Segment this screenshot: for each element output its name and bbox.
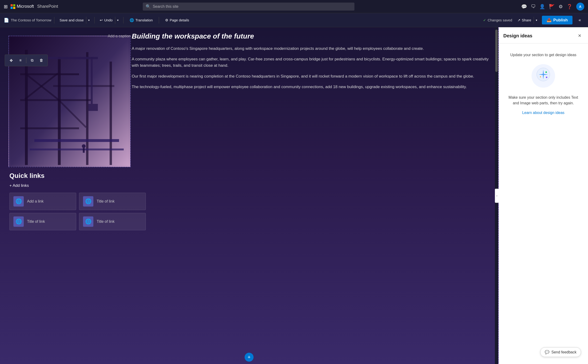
panel-collapse-tab[interactable]: ›	[495, 189, 499, 203]
page-details-icon: ⚙	[165, 18, 168, 22]
edit-toolbar-separator	[26, 58, 26, 63]
link-globe-icon-1: 🌐	[13, 196, 24, 207]
svg-point-21	[540, 76, 541, 77]
design-learn-link[interactable]: Learn about design ideas	[522, 111, 564, 115]
undo-button[interactable]: ↩ Undo	[97, 16, 115, 24]
page-details-button[interactable]: ⚙ Page details	[162, 16, 192, 24]
paragraph-2: A community plaza where employees can ga…	[132, 56, 493, 69]
add-links-button[interactable]: + Add links	[9, 183, 489, 188]
page-indicator: 📄 The Contoso of Tomorrow	[4, 18, 51, 23]
link-globe-icon-4: 🌐	[83, 216, 93, 227]
save-close-split-btn[interactable]: Save and close ▾	[57, 16, 92, 24]
add-section-button[interactable]: +	[244, 353, 254, 362]
send-feedback-button[interactable]: 💬 Send feedback	[540, 347, 581, 357]
paragraph-3: Our first major redevelopment is nearing…	[132, 73, 493, 79]
save-close-dropdown-arrow[interactable]: ▾	[86, 17, 92, 24]
svg-rect-15	[34, 139, 119, 142]
share-button[interactable]: ↗ Share	[515, 16, 534, 24]
move-section-button[interactable]: ✥	[7, 56, 15, 65]
svg-rect-7	[20, 127, 79, 129]
delete-section-button[interactable]: 🗑	[37, 56, 46, 65]
image-caption[interactable]: Add a caption	[108, 34, 131, 38]
translation-icon: 🌐	[130, 18, 134, 22]
ms-brand-name: Microsoft	[17, 4, 34, 9]
toolbar-divider-2	[94, 17, 95, 24]
content-columns: Add a caption Building the workspace of …	[0, 27, 498, 167]
design-description: Make sure your section only includes Tex…	[506, 95, 581, 106]
paragraph-1: A major renovation of Contoso's Singapor…	[132, 45, 493, 52]
search-icon: 🔍	[145, 4, 151, 9]
settings-icon[interactable]: ⚙	[559, 4, 563, 9]
quick-links-title: Quick links	[9, 172, 489, 180]
left-column: Add a caption	[0, 27, 127, 167]
design-panel-close-button[interactable]: ✕	[576, 32, 583, 39]
sharepoint-label: SharePoint	[37, 4, 58, 9]
link-card-3[interactable]: 🌐 Title of link	[9, 213, 76, 230]
add-section-line: +	[0, 359, 498, 364]
sparkle-svg	[536, 67, 550, 82]
translation-button[interactable]: 🌐 Translation	[126, 16, 156, 24]
conversation-icon[interactable]: 🗨	[531, 4, 535, 9]
microsoft-logo[interactable]: Microsoft	[11, 4, 34, 9]
changes-saved-indicator: ✓ Changes saved	[483, 18, 512, 22]
toolbar-divider-1	[54, 17, 54, 24]
undo-dropdown-arrow[interactable]: ▾	[115, 17, 120, 24]
svg-rect-6	[20, 99, 91, 101]
link-title-4: Title of link	[97, 220, 115, 224]
feedback-nav-icon[interactable]: 💬	[521, 4, 527, 9]
search-input[interactable]	[153, 5, 352, 9]
article-title: Building the workspace of the future	[132, 32, 493, 41]
article-body: A major renovation of Contoso's Singapor…	[132, 45, 493, 90]
share-icon: ↗	[517, 18, 521, 22]
link-title-3: Title of link	[27, 220, 45, 224]
scroll-thumb[interactable]	[495, 30, 498, 72]
content-area[interactable]: Add a caption Building the workspace of …	[0, 27, 499, 364]
help-icon[interactable]: ❓	[567, 4, 573, 9]
flag-icon[interactable]: 🚩	[549, 4, 555, 9]
copy-section-button[interactable]: ⧉	[28, 56, 36, 65]
svg-rect-5	[20, 73, 79, 75]
design-panel-title: Design ideas	[503, 33, 532, 39]
svg-rect-13	[91, 57, 93, 104]
collapse-panel-button[interactable]: «	[575, 16, 584, 25]
search-bar[interactable]: 🔍	[143, 3, 354, 11]
undo-split-btn[interactable]: ↩ Undo ▾	[97, 16, 120, 24]
right-column: Building the workspace of the future A m…	[127, 27, 498, 167]
save-close-button[interactable]: Save and close	[57, 16, 86, 24]
svg-point-22	[546, 77, 547, 78]
share-dropdown-arrow[interactable]: ▾	[534, 17, 539, 24]
svg-rect-16	[30, 149, 124, 150]
design-idea-icon	[536, 67, 550, 84]
link-globe-icon-3: 🌐	[13, 216, 24, 227]
link-title-2: Title of link	[97, 199, 115, 203]
svg-rect-1	[25, 50, 28, 165]
svg-rect-18	[83, 148, 85, 153]
section-edit-toolbar: ✥ ≡ ⧉ 🗑	[5, 54, 48, 66]
page-icon: 📄	[4, 18, 9, 23]
link-card-2[interactable]: 🌐 Title of link	[79, 193, 146, 210]
apps-grid-icon[interactable]: ⊞	[4, 4, 8, 9]
publish-button[interactable]: 📤 Publish	[542, 16, 573, 25]
publish-icon: 📤	[547, 18, 552, 23]
share-split-btn[interactable]: ↗ Share ▾	[515, 16, 539, 24]
toolbar-right: ✓ Changes saved ↗ Share ▾ 📤 Publish «	[483, 16, 584, 25]
people-icon[interactable]: 👤	[539, 4, 545, 9]
svg-point-20	[545, 72, 547, 73]
main-layout: ✥ ≡ ⧉ 🗑	[0, 27, 588, 364]
svg-rect-12	[46, 57, 98, 59]
nav-icons-group: 💬 🗨 👤 🚩 ⚙ ❓ A	[521, 3, 584, 11]
edit-section-button[interactable]: ≡	[16, 56, 25, 65]
link-card-1[interactable]: 🌐 Add a link	[9, 193, 76, 210]
paragraph-4: The technology-fueled, multiphase projec…	[132, 84, 493, 90]
links-grid: 🌐 Add a link 🌐 Title of link 🌐 Title of …	[9, 193, 146, 230]
top-nav-bar: ⊞ Microsoft SharePoint 🔍 💬 🗨 👤 🚩 ⚙ ❓ A	[0, 0, 588, 13]
design-update-text: Update your section to get design ideas	[510, 53, 576, 57]
design-panel-header: Design ideas ✕	[499, 27, 588, 44]
quick-links-section: Quick links + Add links 🌐 Add a link 🌐 T…	[0, 167, 498, 240]
link-card-4[interactable]: 🌐 Title of link	[79, 213, 146, 230]
undo-icon: ↩	[100, 18, 103, 22]
user-avatar[interactable]: A	[576, 3, 584, 11]
checkmark-icon: ✓	[483, 18, 486, 22]
svg-rect-8	[53, 85, 114, 87]
page-title: The Contoso of Tomorrow	[11, 18, 51, 22]
